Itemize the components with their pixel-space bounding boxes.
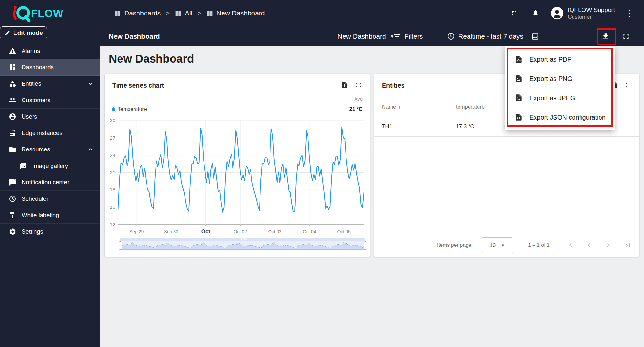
divider bbox=[374, 136, 639, 137]
folder-icon bbox=[9, 146, 16, 153]
breadcrumb-current[interactable]: New Dashboard bbox=[206, 9, 265, 17]
pagination-bar: Items per page: 10 ▼ 1 – 1 of 1 bbox=[374, 234, 635, 256]
router-icon bbox=[9, 129, 16, 137]
cell-temperature: 17.3 °C bbox=[456, 123, 474, 130]
dashboard-fullscreen-button[interactable] bbox=[619, 26, 633, 46]
image-stack-icon bbox=[19, 162, 27, 170]
chat-icon bbox=[9, 178, 16, 186]
sidebar-item-label: Notification center bbox=[22, 179, 69, 186]
sidebar-item-image-gallery[interactable]: Image gallery bbox=[0, 158, 100, 174]
svg-text:Oct: Oct bbox=[201, 228, 211, 235]
notifications-bell-icon[interactable] bbox=[529, 7, 542, 20]
image-file-icon bbox=[515, 74, 523, 83]
menu-item-export-pdf[interactable]: Export as PDF bbox=[505, 50, 615, 69]
breadcrumb-label: Dashboards bbox=[124, 9, 161, 17]
svg-text:Sep 29: Sep 29 bbox=[129, 229, 144, 234]
page-title: New Dashboard bbox=[109, 52, 194, 65]
sidebar-item-label: Settings bbox=[22, 228, 43, 235]
scrubber-handle-left[interactable] bbox=[119, 241, 122, 250]
sidebar-item-settings[interactable]: Settings bbox=[0, 224, 100, 240]
sidebar-item-entities[interactable]: Entities bbox=[0, 76, 100, 92]
dashboards-icon bbox=[175, 10, 182, 17]
chevron-up-icon bbox=[87, 146, 94, 153]
widget-export-icon[interactable] bbox=[340, 81, 349, 90]
export-dashboard-button[interactable] bbox=[599, 26, 613, 46]
filters-button[interactable]: Filters bbox=[393, 26, 423, 46]
clock-icon bbox=[9, 195, 16, 203]
sidebar-item-dashboards[interactable]: Dashboards bbox=[0, 59, 100, 76]
dashboards-icon bbox=[114, 10, 121, 17]
warning-icon bbox=[9, 47, 16, 55]
legend-agg-value: 21 °C bbox=[349, 106, 363, 112]
image-file-icon bbox=[515, 94, 523, 102]
sidebar-item-label: Image gallery bbox=[32, 162, 68, 169]
sidebar-item-users[interactable]: Users bbox=[0, 109, 100, 125]
breadcrumb-all[interactable]: All bbox=[175, 9, 192, 17]
widget-fullscreen-icon[interactable] bbox=[354, 81, 363, 90]
scrubber-handle-right[interactable] bbox=[364, 241, 367, 250]
user-name: IQFLOW Support bbox=[568, 6, 615, 14]
code-file-icon bbox=[515, 113, 523, 121]
sidebar-item-edge-instances[interactable]: Edge instances bbox=[0, 125, 100, 141]
download-icon bbox=[601, 32, 610, 41]
widget-fullscreen-icon[interactable] bbox=[624, 81, 633, 90]
gear-icon bbox=[9, 228, 16, 236]
dashboard-select[interactable]: New Dashboard ▼ bbox=[337, 26, 394, 46]
svg-text:30: 30 bbox=[110, 118, 115, 123]
chevron-down-icon: ▼ bbox=[501, 243, 505, 248]
user-menu[interactable]: IQFLOW Support Customer bbox=[550, 6, 615, 21]
sidebar-item-scheduler[interactable]: Scheduler bbox=[0, 191, 100, 207]
logo-mark: FLOW bbox=[11, 4, 75, 22]
svg-text:Sep 30: Sep 30 bbox=[164, 229, 178, 234]
fullscreen-icon bbox=[622, 32, 630, 41]
kebab-menu-icon[interactable]: ⋮ bbox=[623, 8, 636, 18]
sidebar-item-notification-center[interactable]: Notification center bbox=[0, 174, 100, 191]
edit-mode-button[interactable]: Edit mode bbox=[0, 26, 47, 39]
sidebar-item-resources[interactable]: Resources bbox=[0, 141, 100, 158]
prev-page-icon[interactable] bbox=[582, 238, 596, 252]
first-page-icon[interactable] bbox=[563, 238, 577, 252]
export-dropdown-menu: Export as PDF Export as PNG Export as JP… bbox=[505, 46, 615, 130]
sidebar-item-label: Edge instances bbox=[22, 130, 62, 137]
sidebar-nav: HomeAlarmsDashboardsEntitiesCustomersUse… bbox=[0, 26, 100, 347]
user-role: Customer bbox=[568, 14, 615, 20]
svg-text:Oct 03: Oct 03 bbox=[268, 229, 281, 234]
background-image-button[interactable] bbox=[528, 26, 542, 46]
widget-title: Time series chart bbox=[112, 82, 164, 89]
timeseries-widget: Time series chart Avg Temperature 21 °C … bbox=[105, 74, 370, 257]
sidebar-item-label: Resources bbox=[22, 146, 50, 153]
page-size-select[interactable]: 10 ▼ bbox=[481, 237, 513, 253]
menu-item-export-json[interactable]: Export JSON configuration bbox=[505, 108, 615, 127]
timewindow-label: Realtime - last 7 days bbox=[458, 33, 523, 40]
breadcrumb-separator: > bbox=[197, 10, 201, 17]
sidebar-item-customers[interactable]: Customers bbox=[0, 92, 100, 109]
timewindow-button[interactable]: Realtime - last 7 days bbox=[447, 26, 523, 46]
svg-text:15: 15 bbox=[110, 204, 115, 210]
sidebar-item-label: Users bbox=[22, 113, 37, 120]
svg-text:Oct 02: Oct 02 bbox=[234, 229, 247, 234]
sidebar-item-label: Scheduler bbox=[22, 195, 48, 202]
menu-item-export-jpeg[interactable]: Export as JPEG bbox=[505, 88, 615, 108]
avatar bbox=[550, 6, 564, 20]
image-icon bbox=[531, 32, 539, 41]
breadcrumb-label: New Dashboard bbox=[216, 9, 265, 17]
time-range-scrubber[interactable] bbox=[120, 238, 365, 250]
last-page-icon[interactable] bbox=[620, 238, 635, 252]
sidebar-item-label: Dashboards bbox=[22, 64, 54, 71]
sidebar-item-white-labeling[interactable]: White labeling bbox=[0, 207, 100, 224]
fullscreen-icon[interactable] bbox=[508, 7, 521, 20]
people-icon bbox=[9, 96, 16, 104]
pagination-range: 1 – 1 of 1 bbox=[528, 242, 550, 248]
top-header: FLOW Dashboards > All > New Dashboard bbox=[0, 0, 644, 26]
legend-series-toggle[interactable]: Temperature bbox=[112, 106, 147, 112]
widget-title: Entities bbox=[382, 82, 404, 89]
filter-icon bbox=[393, 33, 401, 40]
next-page-icon[interactable] bbox=[601, 238, 615, 252]
brand-logo[interactable]: FLOW bbox=[11, 4, 75, 23]
column-header-name[interactable]: Name ↑ bbox=[382, 104, 456, 110]
scrubber-bar[interactable] bbox=[120, 238, 365, 241]
sidebar-item-label: Alarms bbox=[22, 47, 40, 54]
breadcrumb-dashboards[interactable]: Dashboards bbox=[114, 9, 161, 17]
column-header-temperature[interactable]: temperature bbox=[456, 104, 485, 110]
menu-item-export-png[interactable]: Export as PNG bbox=[505, 69, 615, 88]
